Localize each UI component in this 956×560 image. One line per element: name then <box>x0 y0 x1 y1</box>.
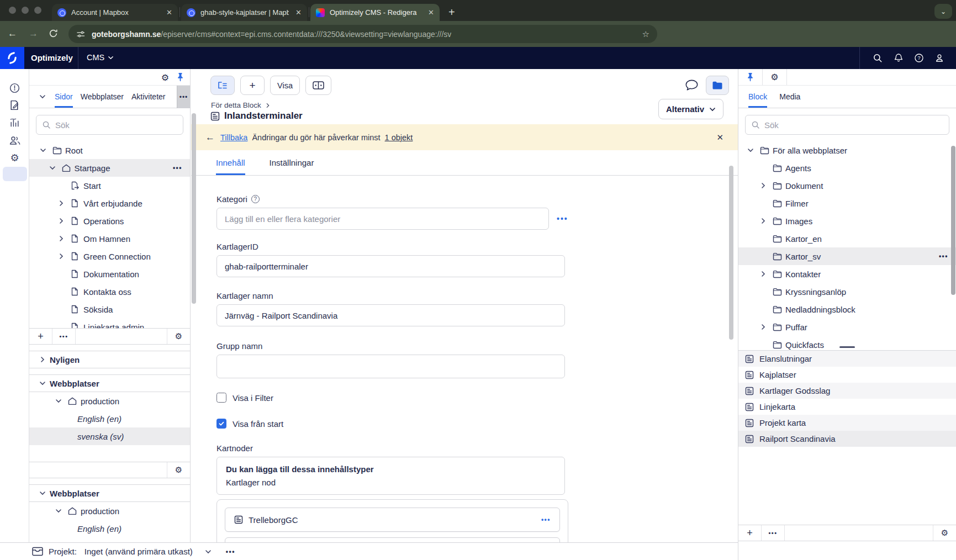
tab-innehall[interactable]: Innehåll <box>216 150 245 175</box>
bookmark-star-icon[interactable]: ☆ <box>642 29 649 39</box>
users-icon[interactable] <box>0 133 29 147</box>
breadcrumb[interactable]: För detta Block <box>211 101 271 109</box>
add-page-button[interactable]: + <box>29 329 52 344</box>
scrollbar-thumb[interactable] <box>729 166 733 340</box>
category-menu-button[interactable]: ••• <box>557 214 568 223</box>
tree-item-s-ksida[interactable]: Söksida <box>29 300 190 318</box>
dashboard-gauge-icon[interactable] <box>0 81 29 95</box>
close-icon[interactable]: ✕ <box>161 8 172 17</box>
tab-aktiviteter[interactable]: Aktiviteter <box>131 86 165 108</box>
collapse-chevron-icon[interactable] <box>39 93 46 100</box>
browser-tab-ghab-style-kajplatser-mapb[interactable]: ghab-style-kajplatser | Mapb✕ <box>181 4 307 21</box>
visa-button[interactable]: Visa <box>270 76 300 95</box>
project-value[interactable]: Inget (använd primära utkast) <box>84 547 193 556</box>
comments-bubble-icon[interactable] <box>684 78 699 92</box>
tree-item-operations[interactable]: Operations <box>29 212 190 230</box>
kartlagerid-input[interactable] <box>216 255 565 277</box>
category-input[interactable] <box>216 208 549 230</box>
sites2-section-header[interactable]: Webbplatser <box>29 484 190 502</box>
chevron-down-icon[interactable] <box>55 398 68 404</box>
notifications-bell-icon[interactable] <box>894 53 904 63</box>
search-input[interactable] <box>745 115 949 135</box>
content-tree-button[interactable] <box>210 76 235 95</box>
chevron-down-icon[interactable] <box>205 548 212 555</box>
tree-item-kontakta-oss[interactable]: Kontakta oss <box>29 283 190 300</box>
tree-item-root[interactable]: Root <box>29 141 190 159</box>
tree-item-dokumentation[interactable]: Dokumentation <box>29 265 190 283</box>
tab-block[interactable]: Block <box>748 86 767 108</box>
block-item-railport-scandinavia[interactable]: Railport Scandinavia <box>738 431 956 447</box>
chevron-right-icon[interactable] <box>58 200 71 207</box>
sites-section-header[interactable]: Webbplatser <box>29 374 190 392</box>
search-input[interactable] <box>36 115 183 135</box>
help-icon[interactable]: ? <box>251 195 260 203</box>
close-icon[interactable]: ✕ <box>422 8 434 17</box>
search-icon[interactable] <box>873 53 883 63</box>
address-bar[interactable]: goteborgshamn.se/episerver/cms#context=e… <box>68 25 657 43</box>
tree-item-linjekarta-admin[interactable]: Linjekarta admin <box>29 318 190 328</box>
assets-folder-button[interactable] <box>706 76 729 95</box>
chevron-right-icon[interactable] <box>58 253 71 260</box>
tree-item-dokument[interactable]: Dokument <box>738 177 956 194</box>
compare-split-button[interactable] <box>305 76 331 95</box>
site-info-icon[interactable] <box>76 30 85 39</box>
forward-icon[interactable]: → <box>29 28 38 39</box>
close-icon[interactable]: ✕ <box>716 133 723 142</box>
app-switcher[interactable]: CMS <box>87 53 114 62</box>
chevron-down-icon[interactable] <box>55 508 68 514</box>
chevron-down-icon[interactable] <box>40 147 52 154</box>
chevron-down-icon[interactable] <box>747 147 760 154</box>
assets-settings-gear-icon[interactable]: ⚙ <box>933 525 956 541</box>
card-menu-button[interactable]: ••• <box>541 516 551 524</box>
tree-item-kartor-sv[interactable]: Kartor_sv••• <box>738 247 956 265</box>
chevron-right-icon[interactable] <box>760 218 773 224</box>
chevron-right-icon[interactable] <box>58 218 71 224</box>
alternativ-button[interactable]: Alternativ <box>658 99 723 119</box>
kartnod-card-trelleborggc[interactable]: TrelleborgGC••• <box>225 508 560 532</box>
block-item-projekt-karta[interactable]: Projekt karta <box>738 415 956 431</box>
project-menu-button[interactable]: ••• <box>226 548 235 556</box>
tree-item-production[interactable]: production <box>29 502 190 520</box>
tab-webbplatser[interactable]: Webbplatser <box>81 86 124 108</box>
tree-item-puffar[interactable]: Puffar <box>738 318 956 336</box>
browser-tab-optimizely-cms-redigera[interactable]: Optimizely CMS - Redigera✕ <box>310 4 440 21</box>
tree-item-kartor-en[interactable]: Kartor_en <box>738 230 956 247</box>
tree-item-start[interactable]: Start <box>29 177 190 194</box>
chevron-right-icon[interactable] <box>760 324 773 330</box>
back-arrow-icon[interactable]: ← <box>205 132 215 143</box>
tree-item-agents[interactable]: Agents <box>738 159 956 177</box>
kartlager-namn-input[interactable] <box>216 304 565 326</box>
recent-section-header[interactable]: Nyligen <box>29 351 190 368</box>
tree-menu-button[interactable]: ••• <box>52 329 76 344</box>
scrollbar-thumb[interactable] <box>192 113 196 304</box>
chevron-right-icon[interactable] <box>760 182 773 189</box>
row-menu-button[interactable]: ••• <box>939 252 948 260</box>
close-icon[interactable]: ✕ <box>290 8 302 17</box>
edit-page-icon[interactable] <box>0 98 29 112</box>
tree-item-om-hamnen[interactable]: Om Hamnen <box>29 230 190 247</box>
tree-item-english-en[interactable]: English (en) <box>29 520 190 537</box>
tree-item-english-en[interactable]: English (en) <box>29 410 190 427</box>
visa-fran-start-checkbox[interactable] <box>216 419 226 429</box>
block-item-kartlager-godsslag[interactable]: Kartlager Godsslag <box>738 383 956 399</box>
admin-gear-icon[interactable]: ⚙ <box>0 151 29 165</box>
reload-icon[interactable] <box>49 29 58 38</box>
window-controls[interactable] <box>9 7 41 14</box>
tree-item-quickfacts[interactable]: Quickfacts <box>738 336 956 350</box>
pin-icon[interactable] <box>738 69 763 85</box>
pane-settings-gear-icon[interactable]: ⚙ <box>161 72 169 83</box>
tree-item-f-r-alla-webbplatser[interactable]: För alla webbplatser <box>738 141 956 159</box>
tree-item-production[interactable]: production <box>29 392 190 410</box>
tab-media[interactable]: Media <box>779 86 800 108</box>
tree-item-startpage[interactable]: Startpage••• <box>29 159 190 177</box>
add-content-button[interactable]: + <box>240 76 265 95</box>
new-tab-button[interactable]: + <box>448 5 455 19</box>
tree-item-kontakter[interactable]: Kontakter <box>738 265 956 283</box>
block-item-kajplatser[interactable]: Kajplatser <box>738 367 956 383</box>
chevron-right-icon[interactable] <box>58 235 71 242</box>
pane-settings-gear-icon[interactable]: ⚙ <box>763 69 787 85</box>
block-item-elanslutningar[interactable]: Elanslutningar <box>738 351 956 367</box>
block-item-linjekarta[interactable]: Linjekarta <box>738 399 956 415</box>
tree-item-green-connection[interactable]: Green Connection <box>29 247 190 265</box>
back-icon[interactable]: ← <box>8 28 17 39</box>
